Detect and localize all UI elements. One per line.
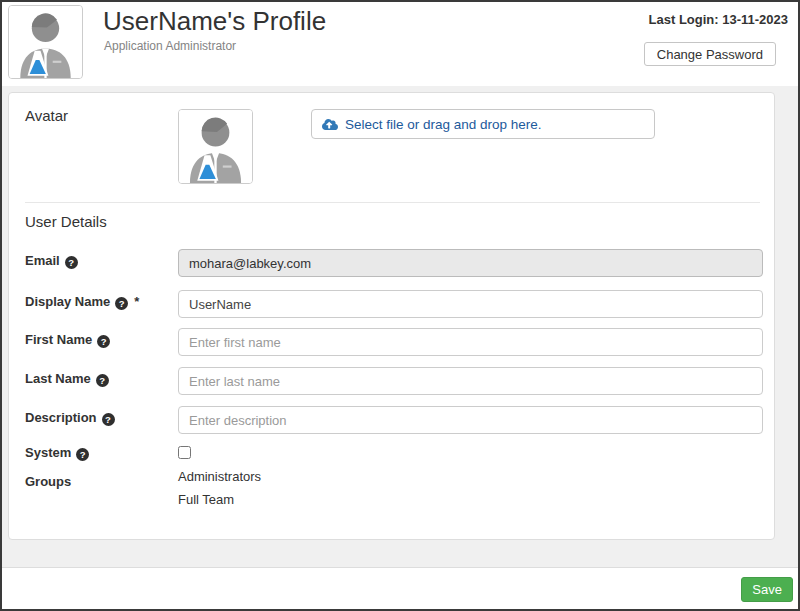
page-title: UserName's Profile (103, 6, 326, 37)
required-asterisk: * (134, 294, 139, 309)
group-item: Administrators (178, 465, 261, 488)
description-field[interactable] (178, 406, 763, 434)
help-icon[interactable]: ? (102, 413, 115, 426)
help-icon[interactable]: ? (76, 448, 89, 461)
scientist-avatar-icon (179, 110, 252, 183)
help-icon[interactable]: ? (65, 256, 78, 269)
email-label: Email? (25, 253, 78, 269)
system-label: System? (25, 445, 89, 461)
footer-bar: Save (2, 567, 798, 609)
group-item: Full Team (178, 488, 261, 511)
description-label: Description? (25, 410, 115, 426)
page-header: UserName's Profile Application Administr… (2, 2, 798, 86)
help-icon[interactable]: ? (115, 297, 128, 310)
system-checkbox[interactable] (178, 446, 191, 459)
groups-list: Administrators Full Team (178, 465, 261, 511)
last-login-text: Last Login: 13-11-2023 (649, 12, 788, 27)
groups-label: Groups (25, 474, 71, 489)
display-name-field[interactable] (178, 290, 763, 318)
first-name-label: First Name? (25, 332, 110, 348)
last-name-field[interactable] (178, 367, 763, 395)
save-button[interactable]: Save (741, 577, 793, 602)
header-avatar (8, 5, 83, 79)
first-name-field[interactable] (178, 328, 763, 356)
help-icon[interactable]: ? (97, 335, 110, 348)
profile-form-panel: Avatar Select file or drag and drop here… (8, 92, 775, 540)
help-icon[interactable]: ? (96, 374, 109, 387)
cloud-upload-icon (322, 118, 338, 131)
user-details-heading: User Details (25, 213, 107, 230)
dropzone-label: Select file or drag and drop here. (345, 117, 542, 132)
last-name-label: Last Name? (25, 371, 109, 387)
page-subtitle: Application Administrator (104, 39, 236, 53)
avatar-section-label: Avatar (25, 107, 68, 124)
avatar-file-dropzone[interactable]: Select file or drag and drop here. (311, 109, 655, 139)
display-name-label: Display Name?* (25, 294, 139, 310)
profile-page: UserName's Profile Application Administr… (0, 0, 800, 611)
section-divider (25, 202, 760, 203)
change-password-button[interactable]: Change Password (644, 42, 776, 66)
email-field[interactable] (178, 249, 763, 277)
scientist-avatar-icon (9, 6, 82, 78)
current-avatar-image (178, 109, 253, 184)
